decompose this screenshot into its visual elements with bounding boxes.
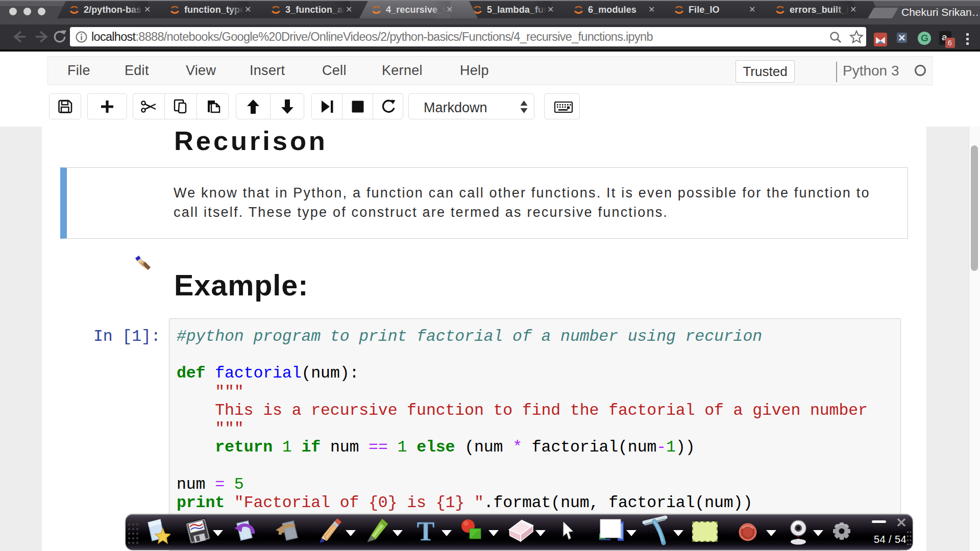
svg-text:T: T (417, 517, 435, 546)
